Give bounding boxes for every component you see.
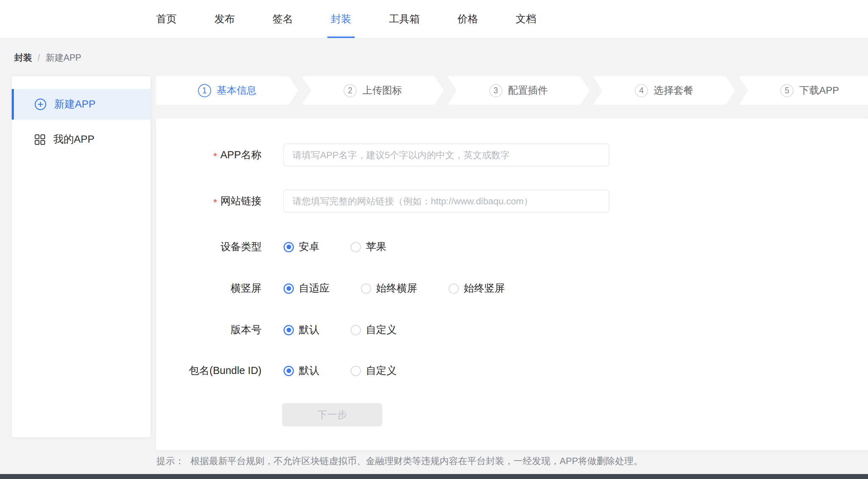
radio-circle-icon	[351, 366, 361, 376]
breadcrumb-separator: /	[38, 53, 40, 63]
radio-version-default[interactable]: 默认	[284, 323, 319, 337]
field-label: 版本号	[156, 323, 262, 337]
field-label: 设备类型	[156, 240, 262, 254]
step-label: 基本信息	[217, 84, 257, 97]
sidebar-item-my-app[interactable]: 我的APP	[12, 128, 150, 151]
radio-bundle-default[interactable]: 默认	[284, 364, 319, 378]
form-row-app-name: * APP名称	[156, 144, 868, 166]
radio-always-landscape[interactable]: 始终横屏	[361, 281, 417, 296]
next-step-button[interactable]: 下一步	[282, 403, 382, 426]
sidebar: 新建APP 我的APP	[12, 76, 150, 437]
step-basic-info[interactable]: 1 基本信息	[156, 76, 298, 105]
form-row-device-type: 设备类型 安卓 苹果	[156, 239, 868, 255]
hint-prefix: 提示：	[156, 455, 184, 467]
radio-circle-icon	[449, 283, 459, 294]
form-card: * APP名称 * 网站链接 设备类型 安卓 苹果 横竖屏	[156, 119, 868, 450]
breadcrumb-package[interactable]: 封装	[14, 52, 32, 64]
radio-circle-icon	[361, 283, 371, 294]
radio-circle-icon	[284, 242, 294, 252]
app-name-input[interactable]	[284, 144, 609, 166]
orientation-radio-group: 自适应 始终横屏 始终竖屏	[284, 281, 536, 296]
nav-item-docs[interactable]: 文档	[516, 0, 536, 38]
field-label: * APP名称	[156, 148, 262, 162]
field-label: 横竖屏	[156, 281, 262, 296]
sidebar-item-label: 新建APP	[54, 97, 95, 111]
sidebar-item-label: 我的APP	[53, 132, 94, 147]
radio-bundle-custom[interactable]: 自定义	[351, 364, 397, 378]
radio-circle-icon	[284, 366, 294, 376]
device-type-radio-group: 安卓 苹果	[284, 240, 418, 254]
field-label: 包名(Bundle ID)	[156, 364, 262, 378]
radio-always-portrait[interactable]: 始终竖屏	[449, 281, 505, 296]
radio-version-custom[interactable]: 自定义	[351, 323, 397, 337]
step-download-app[interactable]: 5 下载APP	[739, 76, 868, 105]
radio-android[interactable]: 安卓	[284, 240, 319, 254]
step-wizard: 1 基本信息 2 上传图标 3 配置插件 4 选择套餐 5 下载APP	[156, 76, 868, 105]
top-navbar: 首页 发布 签名 封装 工具箱 价格 文档	[0, 0, 868, 38]
hint-text: 根据最新平台规则，不允许区块链虚拟币、金融理财类等违规内容在平台封装，一经发现，…	[191, 455, 643, 467]
footer-strip	[0, 474, 868, 479]
nav-item-package[interactable]: 封装	[331, 0, 351, 38]
field-label: * 网站链接	[156, 194, 262, 208]
radio-circle-icon	[351, 242, 361, 252]
radio-circle-icon	[284, 283, 294, 294]
form-row-version: 版本号 默认 自定义	[156, 322, 868, 338]
nav-item-publish[interactable]: 发布	[214, 0, 235, 38]
step-label: 配置插件	[508, 84, 548, 97]
form-row-orientation: 横竖屏 自适应 始终横屏 始终竖屏	[156, 281, 868, 296]
nav-item-price[interactable]: 价格	[457, 0, 478, 38]
version-radio-group: 默认 自定义	[284, 323, 428, 337]
step-label: 下载APP	[799, 84, 839, 97]
breadcrumb: 封装 / 新建APP	[14, 52, 81, 64]
step-number: 5	[780, 84, 793, 97]
required-mark: *	[213, 152, 217, 161]
nav-item-toolbox[interactable]: 工具箱	[389, 0, 420, 38]
site-url-input[interactable]	[284, 190, 609, 213]
step-upload-icon[interactable]: 2 上传图标	[302, 76, 444, 105]
required-mark: *	[213, 198, 217, 208]
grid-icon	[34, 134, 45, 145]
nav-item-home[interactable]: 首页	[156, 0, 177, 38]
step-label: 上传图标	[362, 84, 402, 97]
radio-circle-icon	[351, 325, 361, 335]
plus-circle-icon	[34, 98, 46, 110]
form-row-bundle-id: 包名(Bundle ID) 默认 自定义	[156, 363, 868, 379]
nav-item-sign[interactable]: 签名	[273, 0, 293, 38]
step-number: 4	[635, 84, 648, 97]
radio-auto-adapt[interactable]: 自适应	[284, 281, 330, 296]
platform-rules-hint: 提示： 根据最新平台规则，不允许区块链虚拟币、金融理财类等违规内容在平台封装，一…	[156, 455, 643, 467]
breadcrumb-new-app: 新建APP	[46, 52, 81, 64]
radio-ios[interactable]: 苹果	[351, 240, 386, 254]
step-number: 2	[344, 84, 357, 97]
step-number: 3	[489, 84, 502, 97]
form-row-site-url: * 网站链接	[156, 190, 868, 213]
step-configure-plugins[interactable]: 3 配置插件	[447, 76, 589, 105]
sidebar-item-new-app[interactable]: 新建APP	[12, 89, 150, 120]
bundle-id-radio-group: 默认 自定义	[284, 364, 428, 378]
step-number: 1	[198, 84, 211, 97]
step-choose-plan[interactable]: 4 选择套餐	[593, 76, 735, 105]
radio-circle-icon	[284, 325, 294, 335]
step-label: 选择套餐	[654, 84, 693, 97]
